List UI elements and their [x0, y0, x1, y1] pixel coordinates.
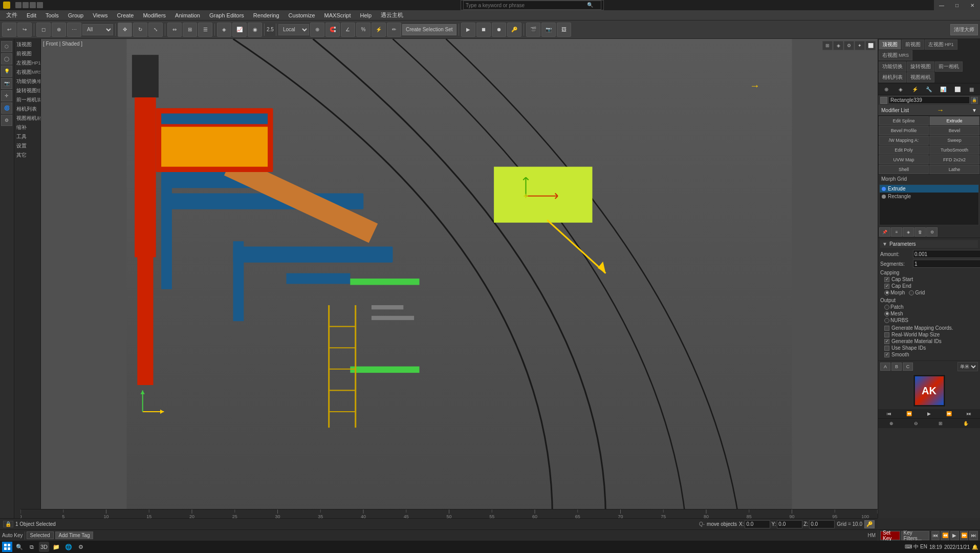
mod-btn-aw-mapping[interactable]: /W Mapping A:	[879, 136, 929, 145]
cap-start-checkbox[interactable]	[884, 277, 889, 282]
stack-show-all-btn[interactable]: ≡	[891, 227, 902, 237]
key-filters-button[interactable]: Key Filters...	[901, 531, 929, 540]
clean-master-button[interactable]: 清理大师	[950, 24, 978, 35]
mod-btn-edit-poly[interactable]: Edit Poly	[879, 145, 929, 155]
menu-create[interactable]: Create	[113, 11, 138, 19]
mesh-radio[interactable]: Mesh	[884, 311, 978, 316]
nav-next-key[interactable]: ⏩	[945, 410, 953, 417]
close-button[interactable]: ✕	[965, 0, 980, 10]
scale-button[interactable]: ⤡	[148, 23, 163, 37]
spinner-snap-button[interactable]: ⚡	[372, 23, 386, 37]
sidebar-cam-prev[interactable]: 前一相机 装备	[15, 95, 39, 104]
space-warps-btn[interactable]: 🌀	[1, 102, 12, 114]
stack-extrude[interactable]: Extrude	[880, 185, 978, 193]
vp-btn-4[interactable]: ✦	[855, 41, 865, 50]
view-tab-left[interactable]: 左视图 HP1	[925, 39, 957, 50]
browser-button[interactable]: 🌐	[63, 542, 74, 552]
search-taskbar-button[interactable]: 🔍	[14, 542, 25, 552]
systems-btn[interactable]: ⚙	[1, 115, 12, 126]
create-shapes-btn[interactable]: ◯	[1, 53, 12, 65]
use-shape-checkbox[interactable]	[884, 346, 889, 351]
mod-btn-bevel-profile[interactable]: Bevel Profile	[879, 126, 929, 135]
rp-icon-6[interactable]: ⬜	[953, 84, 962, 94]
menu-cloud[interactable]: 遇云主机	[377, 10, 407, 20]
maxscript-taskbar-item[interactable]: 3D	[39, 542, 49, 552]
menu-edit[interactable]: Edit	[23, 11, 40, 19]
add-time-tag-button[interactable]: Add Time Tag	[55, 531, 94, 539]
menu-modifiers[interactable]: Modifiers	[139, 11, 170, 19]
real-world-checkbox[interactable]	[884, 332, 889, 337]
percent-snap-button[interactable]: %	[356, 23, 371, 37]
menu-tools[interactable]: Tools	[41, 11, 63, 19]
view-tab-rotate[interactable]: 旋转视图	[907, 61, 934, 72]
nav-zoom-fit[interactable]: ⊞	[938, 420, 944, 427]
sidebar-func-switch[interactable]: 功能切换 堆栈	[15, 77, 39, 86]
view-tab-cam-grid[interactable]: 视图相机	[907, 72, 934, 82]
morph-radio[interactable]: Morph	[884, 290, 905, 295]
snap-button[interactable]: 🧲	[325, 23, 340, 37]
hm-label[interactable]: HM	[867, 533, 876, 538]
stack-remove-btn[interactable]: 🗑	[914, 227, 926, 237]
object-color-swatch[interactable]	[880, 97, 887, 104]
mod-btn-bevel[interactable]: Bevel	[929, 126, 979, 135]
view-image-button[interactable]: 🖼	[557, 23, 571, 37]
sidebar-extra2[interactable]: 工具	[15, 132, 39, 141]
mod-btn-edit-spline[interactable]: Edit Spline	[879, 116, 929, 125]
vp-btn-1[interactable]: ⊞	[822, 41, 833, 50]
view-tab-cam-list[interactable]: 相机列表	[879, 72, 906, 82]
prev-frame-btn[interactable]: ⏮	[931, 531, 940, 540]
set-key-button[interactable]: Set Key	[880, 531, 900, 540]
settings-button[interactable]: ⚙	[76, 542, 86, 552]
select-filter-dropdown[interactable]: All	[82, 24, 113, 35]
next-frame-btn[interactable]: ⏭	[969, 531, 978, 540]
mod-btn-extrude[interactable]: Extrude	[929, 116, 979, 125]
menu-help[interactable]: Help	[356, 11, 376, 19]
unit-dropdown[interactable]: 单米	[957, 362, 978, 371]
stack-config-btn[interactable]: ⚙	[926, 227, 938, 237]
gen-mapping-checkbox[interactable]	[884, 326, 889, 331]
cap-end-checkbox[interactable]	[884, 284, 889, 289]
mod-btn-morph-grid[interactable]: Morph Grid	[878, 175, 980, 183]
record-button[interactable]: ⏺	[492, 23, 506, 37]
segments-input[interactable]	[913, 260, 980, 268]
pivot-button[interactable]: ⊕	[310, 23, 324, 37]
play-anim-button[interactable]: ▶	[461, 23, 475, 37]
nav-next-frame[interactable]: ⏭	[966, 410, 972, 417]
abc-c-button[interactable]: C	[903, 363, 913, 371]
render-frame-button[interactable]: 📷	[541, 23, 556, 37]
render-button[interactable]: 🎬	[526, 23, 540, 37]
vp-btn-5[interactable]: ⬜	[865, 41, 876, 50]
sidebar-rotate-view[interactable]: 旋转视图 组	[15, 86, 39, 95]
minimize-button[interactable]: —	[934, 0, 949, 10]
mirror-button[interactable]: ⇔	[167, 23, 182, 37]
menu-graph-editors[interactable]: Graph Editors	[205, 11, 248, 19]
object-name-input[interactable]	[888, 96, 970, 104]
edit-named-button[interactable]: ✏	[387, 23, 401, 37]
vp-btn-3[interactable]: ⚙	[844, 41, 854, 50]
mod-btn-ffd[interactable]: FFD 2x2x2	[929, 155, 979, 164]
maximize-button[interactable]: □	[949, 0, 965, 10]
menu-views[interactable]: Views	[89, 11, 112, 19]
graph-view-button[interactable]: ◉	[248, 23, 262, 37]
stack-pin-btn[interactable]: 📌	[879, 227, 890, 237]
create-selection-set-button[interactable]: Create Selection Set	[402, 24, 456, 35]
redo-button[interactable]: ↪	[17, 23, 32, 37]
align-button[interactable]: ⊞	[183, 23, 197, 37]
mod-btn-turbo-smooth[interactable]: TurboSmooth	[929, 145, 979, 155]
menu-customize[interactable]: Customize	[285, 11, 319, 19]
rp-icon-5[interactable]: 📊	[939, 84, 948, 94]
view-tab-func[interactable]: 功能切换	[879, 61, 906, 72]
mod-btn-lathe[interactable]: Lathe	[929, 165, 979, 174]
abc-b-button[interactable]: B	[891, 363, 902, 371]
gen-material-checkbox[interactable]	[884, 339, 889, 344]
file-explorer-button[interactable]: 📁	[51, 542, 61, 552]
sidebar-top-view[interactable]: 顶视图	[15, 40, 39, 49]
layer-button[interactable]: ☰	[198, 23, 212, 37]
play-btn[interactable]: ▶	[950, 531, 959, 540]
helpers-btn[interactable]: ✛	[1, 90, 12, 101]
key-button[interactable]: 🔑	[507, 23, 521, 37]
sidebar-front-view[interactable]: 前视图	[15, 49, 39, 58]
rp-icon-7[interactable]: ▦	[967, 84, 976, 94]
notifications-icon[interactable]: 🔔	[972, 544, 978, 550]
mod-btn-sweep[interactable]: Sweep	[929, 136, 979, 145]
